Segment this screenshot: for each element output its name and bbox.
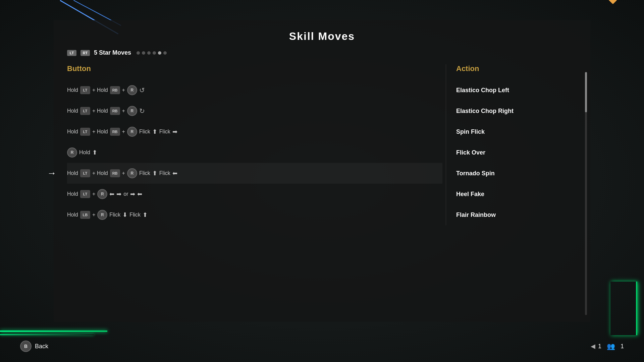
word-plus-4: + xyxy=(122,170,125,176)
arrow-left-4: ⬅ xyxy=(172,170,177,177)
button-column: Button Hold LT + Hold RB + R ↺ Hold LT xyxy=(67,64,442,225)
player-icon: 👥 xyxy=(607,342,615,350)
combo-5: Hold LT + R ⬅ ➡ or ➡ ⬅ xyxy=(67,189,142,199)
combo-6: Hold LB + R Flick ⬇ Flick ⬆ xyxy=(67,210,148,220)
word-hold-1: Hold xyxy=(67,108,78,114)
word-hold-0: Hold xyxy=(67,87,78,93)
dots-row xyxy=(137,51,167,55)
columns: Button Hold LT + Hold RB + R ↺ Hold LT xyxy=(67,64,577,225)
rotate-icon-0: ↺ xyxy=(139,86,145,94)
rb-btn-4: RB xyxy=(110,169,120,177)
word-flick-2a: Flick xyxy=(139,129,150,135)
word-plus-2: + xyxy=(122,129,125,135)
word-plus-hold-2: + Hold xyxy=(92,129,108,135)
deco-green-line-1 xyxy=(0,330,107,332)
move-row-2[interactable]: Hold LT + Hold RB + R Flick ⬆ Flick ➡ xyxy=(67,121,442,142)
action-column-header: Action xyxy=(456,64,577,73)
lt-badge[interactable]: LT xyxy=(67,50,76,56)
dot-2[interactable] xyxy=(142,51,145,55)
category-label: 5 Star Moves xyxy=(94,49,131,56)
action-text-6: Flair Rainbow xyxy=(456,204,577,225)
rb-btn-0: RB xyxy=(110,86,120,94)
r-stick-2: R xyxy=(127,127,137,137)
bottom-bar: B Back ◀ 1 👥 1 xyxy=(20,341,624,352)
scrollbar-track[interactable] xyxy=(585,72,587,315)
arrow-left-5: ⬅ xyxy=(109,190,114,198)
arrow-right-5a: ➡ xyxy=(116,190,121,198)
scrollbar-thumb[interactable] xyxy=(585,72,587,112)
r-stick-6: R xyxy=(97,210,107,220)
word-hold-4: Hold xyxy=(67,170,78,176)
dot-5[interactable] xyxy=(158,51,161,55)
action-text-5: Heel Fake xyxy=(456,184,577,204)
word-hold-6: Hold xyxy=(67,212,78,218)
word-plus-hold-0: + Hold xyxy=(92,87,108,93)
lt-btn-1: LT xyxy=(80,107,90,115)
lt-btn-5: LT xyxy=(80,190,90,198)
word-plus-1: + xyxy=(122,108,125,114)
nav-left-icon[interactable]: ◀ xyxy=(591,343,595,350)
r-stick-5: R xyxy=(97,189,107,199)
r-stick-3: R xyxy=(67,147,77,158)
dot-3[interactable] xyxy=(147,51,151,55)
dot-4[interactable] xyxy=(153,51,156,55)
r-stick-4: R xyxy=(127,168,137,178)
move-row-5[interactable]: Hold LT + R ⬅ ➡ or ➡ ⬅ xyxy=(67,184,442,204)
page-nav: ◀ 1 xyxy=(591,343,601,350)
action-text-1: Elastico Chop Right xyxy=(456,101,577,121)
word-flick-4b: Flick xyxy=(159,170,170,176)
deco-green-line-2 xyxy=(0,334,94,335)
move-row-1[interactable]: Hold LT + Hold RB + R ↻ xyxy=(67,101,442,121)
rt-badge[interactable]: RT xyxy=(80,50,90,56)
arrow-right-2: ➡ xyxy=(172,128,177,135)
lb-btn-6: LB xyxy=(80,211,90,219)
back-button[interactable]: B Back xyxy=(20,341,48,352)
page-title: Skill Moves xyxy=(67,30,577,43)
selection-arrow: → xyxy=(47,168,56,179)
r-stick-0: R xyxy=(127,85,137,95)
combo-4: Hold LT + Hold RB + R Flick ⬆ Flick ⬅ xyxy=(67,168,177,178)
page-total: 1 xyxy=(621,343,624,350)
arrow-up-4: ⬆ xyxy=(152,170,157,177)
word-flick-6a: Flick xyxy=(109,212,120,218)
action-text-4: Tornado Spin xyxy=(456,163,577,184)
move-row-0[interactable]: Hold LT + Hold RB + R ↺ xyxy=(67,80,442,101)
column-divider xyxy=(446,64,446,225)
move-row-3[interactable]: R Hold ⬆ xyxy=(67,142,442,163)
action-column: Action Elastico Chop Left Elastico Chop … xyxy=(449,64,577,225)
combo-3: R Hold ⬆ xyxy=(67,147,97,158)
action-text-3: Flick Over xyxy=(456,142,577,163)
action-text-0: Elastico Chop Left xyxy=(456,80,577,101)
word-plus-0: + xyxy=(122,87,125,93)
word-plus-hold-1: + Hold xyxy=(92,108,108,114)
tab-row: LT RT 5 Star Moves xyxy=(67,49,577,56)
action-text-2: Spin Flick xyxy=(456,121,577,142)
word-hold-5: Hold xyxy=(67,191,78,197)
arrow-right-5b: ➡ xyxy=(130,190,135,198)
rb-btn-1: RB xyxy=(110,107,120,115)
word-flick-6b: Flick xyxy=(129,212,141,218)
move-row-6[interactable]: Hold LB + R Flick ⬇ Flick ⬆ xyxy=(67,204,442,225)
page-current: 1 xyxy=(598,343,601,350)
combo-1: Hold LT + Hold RB + R ↻ xyxy=(67,106,145,116)
main-panel: Skill Moves LT RT 5 Star Moves Button Ho… xyxy=(54,20,590,322)
arrow-left-5b: ⬅ xyxy=(137,190,142,198)
word-hold-2: Hold xyxy=(67,129,78,135)
word-flick-4a: Flick xyxy=(139,170,150,176)
dot-6[interactable] xyxy=(163,51,167,55)
lt-btn-4: LT xyxy=(80,169,90,177)
arrow-down-6: ⬇ xyxy=(122,211,127,219)
lt-btn-0: LT xyxy=(80,86,90,94)
word-or-5: or xyxy=(123,191,128,197)
combo-0: Hold LT + Hold RB + R ↺ xyxy=(67,85,145,95)
word-plus-5: + xyxy=(92,191,95,197)
dot-1[interactable] xyxy=(137,51,140,55)
rotate-icon-1: ↻ xyxy=(139,107,145,115)
word-plus-6: + xyxy=(92,212,95,218)
word-flick-2b: Flick xyxy=(159,129,170,135)
lt-btn-2: LT xyxy=(80,128,90,136)
combo-2: Hold LT + Hold RB + R Flick ⬆ Flick ➡ xyxy=(67,127,177,137)
button-column-header: Button xyxy=(67,64,442,73)
move-row-4[interactable]: → Hold LT + Hold RB + R Flick ⬆ Flick ⬅ xyxy=(67,163,442,184)
arrow-up-2: ⬆ xyxy=(152,128,157,135)
